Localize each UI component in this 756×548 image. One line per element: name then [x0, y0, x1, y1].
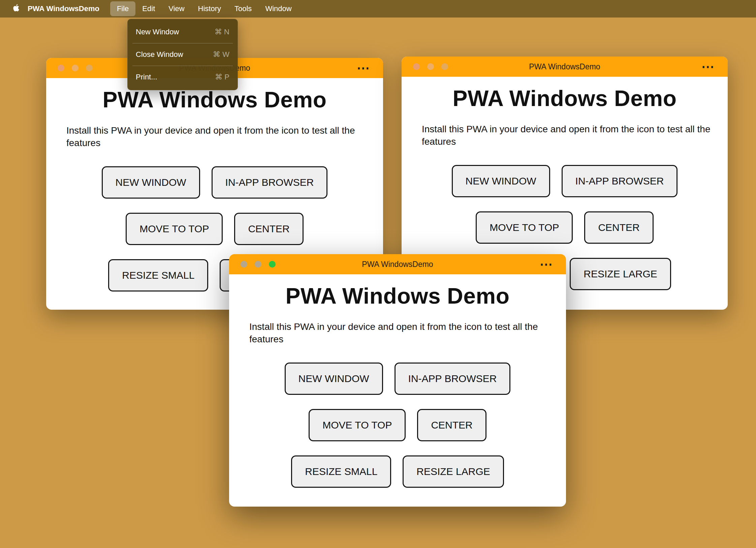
menu-view[interactable]: View	[162, 1, 191, 16]
window-content: PWA Windows Demo Install this PWA in you…	[229, 283, 566, 501]
page-title: PWA Windows Demo	[402, 85, 728, 111]
in-app-browser-button[interactable]: IN-APP BROWSER	[562, 165, 678, 197]
menu-item-close-window[interactable]: Close Window ⌘ W	[128, 44, 238, 65]
ellipsis-icon: ⋯	[701, 60, 714, 73]
apple-icon	[12, 3, 21, 15]
new-window-button[interactable]: NEW WINDOW	[452, 165, 550, 197]
button-row: MOVE TO TOP CENTER	[476, 211, 654, 244]
traffic-lights	[241, 254, 276, 274]
button-row: MOVE TO TOP CENTER	[126, 213, 304, 245]
center-button[interactable]: CENTER	[417, 409, 486, 441]
window-title: PWA WindowsDemo	[362, 260, 433, 269]
zoom-button[interactable]	[86, 65, 93, 71]
minimize-button[interactable]	[72, 65, 78, 71]
menubar-app-name[interactable]: PWA WindowsDemo	[26, 4, 105, 13]
menu-separator	[132, 66, 233, 66]
menu-item-new-window[interactable]: New Window ⌘ N	[128, 22, 238, 42]
zoom-button[interactable]	[269, 261, 276, 268]
pwa-window-front: PWA WindowsDemo ⋯ PWA Windows Demo Insta…	[229, 254, 566, 507]
new-window-button[interactable]: NEW WINDOW	[285, 363, 383, 395]
ellipsis-icon: ⋯	[357, 62, 370, 74]
center-button[interactable]: CENTER	[234, 213, 303, 245]
center-button[interactable]: CENTER	[584, 211, 653, 244]
page-description: Install this PWA in your device and open…	[249, 321, 542, 346]
page-description: Install this PWA in your device and open…	[422, 123, 715, 148]
resize-large-button[interactable]: RESIZE LARGE	[570, 258, 671, 290]
in-app-browser-button[interactable]: IN-APP BROWSER	[395, 363, 511, 395]
traffic-lights	[413, 57, 448, 77]
file-dropdown-menu: New Window ⌘ N Close Window ⌘ W Print...…	[127, 19, 238, 90]
new-window-button[interactable]: NEW WINDOW	[102, 166, 200, 199]
ellipsis-icon: ⋯	[540, 258, 553, 271]
traffic-lights	[58, 58, 93, 78]
apple-menu[interactable]	[7, 0, 26, 18]
menu-item-shortcut: ⌘ P	[215, 73, 229, 81]
button-row: MOVE TO TOP CENTER	[309, 409, 486, 441]
menu-file[interactable]: File	[110, 1, 135, 16]
menu-item-print[interactable]: Print... ⌘ P	[128, 67, 238, 87]
menu-item-shortcut: ⌘ W	[213, 50, 229, 59]
page-title: PWA Windows Demo	[229, 283, 566, 309]
menu-item-label: Close Window	[136, 50, 183, 59]
in-app-browser-button[interactable]: IN-APP BROWSER	[212, 166, 328, 199]
page-description: Install this PWA in your device and open…	[66, 125, 359, 149]
resize-small-button[interactable]: RESIZE SMALL	[108, 259, 208, 292]
window-overflow-menu-button[interactable]: ⋯	[357, 58, 370, 78]
menu-tools[interactable]: Tools	[228, 1, 258, 16]
menu-item-label: Print...	[136, 73, 157, 81]
window-overflow-menu-button[interactable]: ⋯	[701, 57, 714, 77]
menu-separator	[132, 43, 233, 43]
menu-item-shortcut: ⌘ N	[215, 28, 229, 36]
close-button[interactable]	[413, 63, 420, 70]
page-title: PWA Windows Demo	[46, 87, 383, 112]
button-row: NEW WINDOW IN-APP BROWSER	[452, 165, 678, 197]
menu-item-label: New Window	[136, 28, 179, 36]
minimize-button[interactable]	[255, 261, 261, 268]
window-titlebar[interactable]: PWA WindowsDemo ⋯	[402, 57, 728, 77]
close-button[interactable]	[58, 65, 64, 71]
move-to-top-button[interactable]: MOVE TO TOP	[126, 213, 223, 245]
resize-small-button[interactable]: RESIZE SMALL	[291, 455, 391, 488]
menu-bar: PWA WindowsDemo File Edit View History T…	[0, 0, 756, 18]
menu-edit[interactable]: Edit	[135, 1, 162, 16]
move-to-top-button[interactable]: MOVE TO TOP	[476, 211, 573, 244]
zoom-button[interactable]	[441, 63, 448, 70]
menu-history[interactable]: History	[191, 1, 228, 16]
resize-large-button[interactable]: RESIZE LARGE	[403, 455, 504, 488]
window-titlebar[interactable]: PWA WindowsDemo ⋯	[229, 254, 566, 274]
menu-window[interactable]: Window	[258, 1, 298, 16]
button-row: NEW WINDOW IN-APP BROWSER	[102, 166, 328, 199]
button-row: RESIZE SMALL RESIZE LARGE	[291, 455, 504, 488]
window-title: PWA WindowsDemo	[529, 62, 600, 71]
close-button[interactable]	[241, 261, 247, 268]
window-overflow-menu-button[interactable]: ⋯	[540, 254, 553, 274]
move-to-top-button[interactable]: MOVE TO TOP	[309, 409, 406, 441]
button-row: NEW WINDOW IN-APP BROWSER	[285, 363, 511, 395]
minimize-button[interactable]	[427, 63, 434, 70]
button-stack: NEW WINDOW IN-APP BROWSER MOVE TO TOP CE…	[229, 363, 566, 488]
